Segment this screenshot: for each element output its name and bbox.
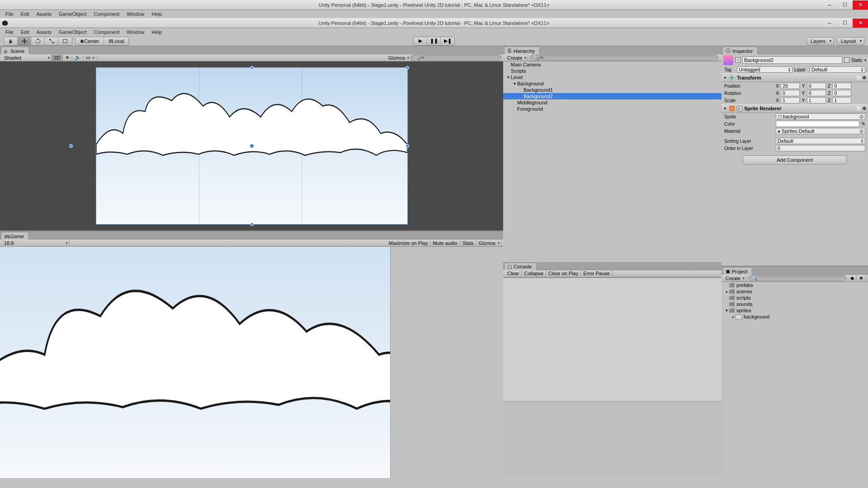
scene-tab[interactable]: ⧈Scene: [1, 47, 29, 54]
console-errorpause[interactable]: Error Pause: [581, 270, 613, 277]
project-filter-icon[interactable]: ◆: [848, 275, 857, 282]
console-tab[interactable]: ▢ Console: [504, 263, 537, 270]
hierarchy-item-background[interactable]: ▼Background: [503, 80, 722, 87]
layers-dropdown[interactable]: Layers: [807, 37, 834, 45]
console-clear[interactable]: Clear: [505, 270, 522, 277]
gizmos-dropdown[interactable]: Gizmos: [386, 55, 411, 61]
rotate-tool[interactable]: [31, 37, 45, 45]
hierarchy-search[interactable]: 🔍All: [530, 55, 718, 61]
minimize-button[interactable]: ─: [822, 19, 837, 28]
transform-header[interactable]: ▼ Transform ⬜ ⚙: [722, 73, 868, 82]
space-toggle[interactable]: ⊞ Local: [104, 37, 128, 45]
scale-y[interactable]: [807, 97, 826, 103]
menu-help[interactable]: Help: [148, 10, 165, 18]
hierarchy-item-background2[interactable]: Background2: [503, 93, 722, 99]
sprite-bounds[interactable]: [96, 67, 408, 225]
close-button[interactable]: ✕: [853, 19, 868, 28]
static-checkbox[interactable]: [844, 57, 849, 63]
aspect-dropdown[interactable]: 16:9: [2, 240, 70, 246]
project-item-sounds[interactable]: sounds: [722, 301, 868, 307]
outer-close-button[interactable]: ✕: [853, 0, 868, 9]
object-icon[interactable]: [723, 55, 733, 65]
menu-gameobject[interactable]: GameObject: [55, 10, 90, 18]
rotation-x[interactable]: [781, 90, 800, 96]
add-component-button[interactable]: Add Component: [743, 155, 847, 164]
menu-assets-2[interactable]: Assets: [33, 28, 55, 36]
menu-help-2[interactable]: Help: [148, 28, 165, 36]
menu-edit-2[interactable]: Edit: [17, 28, 33, 36]
hand-tool[interactable]: [4, 37, 18, 45]
handle-br[interactable]: [406, 144, 409, 148]
mute-audio[interactable]: Mute audio: [430, 240, 460, 246]
sorting-layer-dropdown[interactable]: Default‡: [776, 138, 865, 144]
scale-x[interactable]: [781, 97, 800, 103]
project-item-sprites[interactable]: ▼sprites: [722, 307, 868, 314]
handle-left[interactable]: [69, 144, 73, 148]
position-y[interactable]: [807, 83, 826, 89]
scene-audio-icon[interactable]: 🔊: [72, 55, 84, 61]
order-in-layer-field[interactable]: [776, 145, 865, 151]
scene-light-icon[interactable]: ☀: [63, 55, 72, 61]
object-name-input[interactable]: [742, 56, 842, 64]
layout-dropdown[interactable]: Layout: [837, 37, 864, 45]
scale-z[interactable]: [832, 97, 851, 103]
stats-toggle[interactable]: Stats: [460, 240, 476, 246]
shading-dropdown[interactable]: Shaded: [2, 55, 52, 61]
sprite-field[interactable]: ▢ background⊙: [776, 113, 865, 120]
menu-window-2[interactable]: Window: [123, 28, 148, 36]
2d-toggle[interactable]: 2D: [52, 55, 63, 61]
game-gizmos[interactable]: Gizmos: [476, 240, 501, 246]
rotation-z[interactable]: [832, 90, 851, 96]
console-collapse[interactable]: Collapse: [522, 270, 546, 277]
scene-view[interactable]: [0, 61, 503, 230]
position-x[interactable]: [781, 83, 800, 89]
step-button[interactable]: ▶❚: [441, 37, 454, 45]
hierarchy-view[interactable]: Main CameraScripts▼Level▼BackgroundBackg…: [503, 61, 722, 262]
handle-pivot[interactable]: [250, 144, 254, 148]
hierarchy-item-middleground[interactable]: Middleground: [503, 99, 722, 106]
menu-edit[interactable]: Edit: [17, 10, 33, 18]
inspector-tab[interactable]: ⓘ Inspector: [722, 47, 758, 54]
sprite-renderer-enabled[interactable]: [737, 106, 742, 111]
maximize-on-play[interactable]: Maximize on Play: [387, 240, 430, 246]
console-view[interactable]: [503, 277, 722, 479]
menu-window[interactable]: Window: [123, 10, 148, 18]
play-button[interactable]: ▶: [414, 37, 427, 45]
menu-component[interactable]: Component: [90, 10, 123, 18]
project-item-scenes[interactable]: ▸scenes: [722, 288, 868, 295]
pivot-toggle[interactable]: ◉ Center: [75, 37, 104, 45]
menu-file[interactable]: File: [2, 10, 17, 18]
move-tool[interactable]: [18, 37, 31, 45]
position-z[interactable]: [832, 83, 851, 89]
tag-dropdown[interactable]: Untagged ‡: [737, 66, 793, 73]
scene-search[interactable]: 🔍All: [411, 55, 501, 61]
outer-maximize-button[interactable]: ☐: [837, 0, 853, 9]
pause-button[interactable]: ❚❚: [427, 37, 441, 45]
menu-assets[interactable]: Assets: [33, 10, 55, 18]
project-view[interactable]: prefabs▸scenesscriptssounds▼sprites▸back…: [722, 282, 868, 478]
menu-gameobject-2[interactable]: GameObject: [55, 28, 90, 36]
menu-component-2[interactable]: Component: [90, 28, 123, 36]
hierarchy-item-level[interactable]: ▼Level: [503, 74, 722, 80]
outer-minimize-button[interactable]: ─: [822, 0, 837, 9]
hierarchy-item-background1[interactable]: Background1: [503, 87, 722, 93]
project-star-icon[interactable]: ★: [857, 275, 866, 282]
project-tab[interactable]: ▣ Project: [722, 267, 752, 275]
scene-fx-icon[interactable]: ▭: [84, 55, 96, 61]
object-active-checkbox[interactable]: [735, 57, 741, 63]
project-search[interactable]: 🔍: [748, 275, 846, 281]
hierarchy-item-scripts[interactable]: Scripts: [503, 68, 722, 74]
hierarchy-tab[interactable]: ☰ Hierarchy: [504, 47, 540, 54]
color-field[interactable]: [776, 121, 859, 127]
project-item-background[interactable]: ▸background: [722, 314, 868, 320]
scale-tool[interactable]: [45, 37, 58, 45]
console-clearonplay[interactable]: Clear on Play: [546, 270, 581, 277]
hierarchy-item-foreground[interactable]: Foreground: [503, 106, 722, 112]
rotation-y[interactable]: [807, 90, 826, 96]
project-create[interactable]: Create: [723, 275, 746, 282]
game-tab[interactable]: 🎮Game: [1, 232, 29, 239]
hierarchy-item-main camera[interactable]: Main Camera: [503, 61, 722, 68]
layer-dropdown[interactable]: Default ‡: [810, 66, 865, 73]
handle-bottom[interactable]: [250, 222, 254, 226]
menu-file-2[interactable]: File: [2, 28, 17, 36]
